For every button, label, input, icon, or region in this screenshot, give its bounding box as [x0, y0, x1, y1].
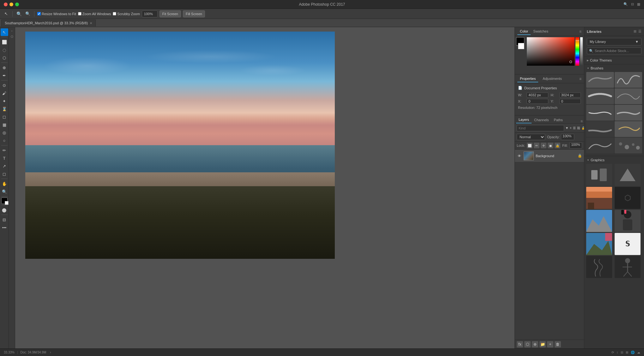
foreground-color-swatch[interactable]	[1, 198, 8, 204]
new-layer-button[interactable]: +	[547, 341, 553, 347]
tool-path-select[interactable]: ↗	[1, 162, 8, 170]
layers-filter-icon[interactable]: ▼	[565, 125, 569, 131]
zoom-out-icon[interactable]: 🔍	[24, 10, 31, 17]
tab-color[interactable]: Color	[517, 28, 531, 35]
tool-zoom[interactable]: 🔍	[1, 188, 8, 195]
tool-shape[interactable]: ◻	[1, 170, 8, 178]
tool-hand[interactable]: ✋	[1, 180, 8, 187]
tab-channels[interactable]: Channels	[532, 116, 551, 123]
status-icon-3[interactable]: ⊟	[621, 351, 623, 354]
tool-eraser[interactable]: ◻	[1, 113, 8, 121]
brush-item-2[interactable]	[615, 72, 642, 88]
layers-kind-filter[interactable]	[517, 125, 564, 131]
tool-extra[interactable]: •••	[1, 224, 8, 231]
status-icon-5[interactable]: 🌐	[631, 351, 635, 354]
blend-mode-select[interactable]: Normal	[517, 134, 545, 140]
tool-brush[interactable]: 🖌	[1, 89, 8, 97]
color-panel-close[interactable]: ≡	[579, 29, 581, 34]
status-icon-4[interactable]: ⊞	[626, 351, 628, 354]
lock-all-icon[interactable]: 🔒	[555, 143, 560, 148]
tool-gradient[interactable]: ▦	[1, 121, 8, 128]
status-icon-2[interactable]: ↕	[617, 351, 618, 354]
properties-panel-close[interactable]: ≡	[579, 77, 581, 81]
graphics-title[interactable]: ▼ Graphics	[584, 157, 644, 163]
resize-windows-checkbox[interactable]: Resize Windows to Fit	[37, 12, 76, 16]
hue-slider[interactable]	[575, 37, 579, 66]
color-settings-icon[interactable]: ▫	[9, 28, 15, 33]
brush-item-8[interactable]	[615, 121, 642, 137]
document-tab[interactable]: SouthamptonHDR_March2016.psd @ 33.3% (RG…	[1, 20, 96, 27]
status-icon-1[interactable]: ⟳	[611, 351, 614, 354]
fit-screen-button[interactable]: Fit Screen	[159, 10, 181, 17]
delete-layer-button[interactable]: 🗑	[555, 341, 561, 347]
tool-clone-stamp[interactable]: ✦	[1, 97, 8, 105]
new-group-button[interactable]: 📁	[539, 341, 546, 347]
lock-pixels-icon[interactable]: ✏	[534, 143, 539, 148]
tool-dodge[interactable]: ○	[1, 137, 8, 144]
tool-move-icon[interactable]: ↖	[3, 10, 9, 17]
brush-item-4[interactable]	[615, 88, 642, 104]
layers-adjust-icon[interactable]: ☰	[573, 125, 576, 131]
lock-transparent-icon[interactable]: ⬜	[527, 143, 533, 148]
tool-magic-wand[interactable]: ⬡	[1, 54, 8, 62]
tool-eyedropper[interactable]: ✒	[1, 72, 8, 79]
tab-layers[interactable]: Layers	[516, 116, 532, 123]
layers-new-icon[interactable]: +	[570, 125, 572, 131]
libraries-list-icon[interactable]: ☰	[638, 29, 641, 33]
tool-move[interactable]: ↖	[1, 28, 8, 36]
color-themes-title[interactable]: ▶ Color Themes	[584, 58, 644, 63]
graphic-item-figure[interactable]	[615, 256, 641, 278]
background-color-swatch[interactable]	[518, 43, 524, 49]
status-icon-6[interactable]: ☁	[637, 351, 640, 354]
graphic-item-landscape[interactable]	[586, 233, 612, 255]
minimize-button[interactable]	[9, 3, 13, 6]
tool-quick-mask[interactable]: ⬤	[1, 206, 8, 214]
brushes-title[interactable]: ▼ Brushes	[584, 66, 644, 71]
lock-artboard-icon[interactable]: ◼	[548, 143, 553, 148]
library-search[interactable]: 🔍 Search Adobe Stock...	[587, 47, 641, 54]
brush-item-9[interactable]	[586, 138, 614, 153]
brush-item-3[interactable]	[586, 88, 614, 104]
tab-adjustments[interactable]: Adjustments	[540, 75, 564, 82]
layers-link-icon[interactable]: ⛓	[577, 125, 580, 131]
scrubby-zoom-checkbox[interactable]: Scrubby Zoom	[113, 12, 140, 16]
tab-swatches[interactable]: Swatches	[531, 28, 551, 35]
tool-pen[interactable]: ✏	[1, 146, 8, 154]
lock-position-icon[interactable]: ✛	[541, 143, 546, 148]
layer-item-background[interactable]: 👁 Background 🔒	[515, 150, 584, 162]
color-saturation-brightness[interactable]	[527, 37, 575, 66]
opacity-slider[interactable]	[580, 37, 583, 66]
close-button[interactable]	[4, 3, 8, 6]
libraries-grid-icon[interactable]: ⊞	[634, 29, 636, 33]
graphic-item-dark[interactable]: ⬡	[615, 187, 641, 209]
graphic-item-character[interactable]	[615, 210, 641, 232]
document-close-icon[interactable]: ✕	[90, 21, 92, 25]
library-dropdown[interactable]: My Library ▼	[587, 38, 641, 45]
canvas-area[interactable]	[15, 27, 515, 348]
brush-item-1[interactable]	[586, 72, 614, 88]
arrange-icon[interactable]: ⊟	[631, 2, 634, 6]
tool-rectangular-marquee[interactable]: ⬜	[1, 38, 8, 46]
tool-text[interactable]: T	[1, 154, 8, 162]
graphic-item-story[interactable]: 𝕊	[615, 233, 641, 255]
search-icon[interactable]: 🔍	[623, 2, 628, 6]
layers-panel-close[interactable]: ≡	[581, 119, 583, 123]
maximize-button[interactable]	[15, 3, 19, 6]
graphic-item-mountain[interactable]	[586, 210, 612, 232]
tool-screen-mode[interactable]: ⊟	[1, 216, 8, 223]
tool-history-brush[interactable]: ⌛	[1, 105, 8, 113]
add-fx-button[interactable]: fx	[517, 341, 523, 347]
panels-icon[interactable]: ▦	[637, 2, 640, 6]
tab-properties[interactable]: Properties	[517, 75, 538, 82]
fill-screen-button[interactable]: Fill Screen	[183, 10, 205, 17]
brush-item-7[interactable]	[586, 121, 614, 137]
layer-visibility-icon[interactable]: 👁	[517, 153, 522, 158]
zoom-all-checkbox[interactable]: Zoom All Windows	[78, 12, 111, 16]
mask-icon[interactable]: ⬡	[9, 34, 15, 39]
graphic-item-photo1[interactable]	[586, 187, 612, 209]
search-tool-icon[interactable]: 🔍	[15, 10, 22, 17]
tool-blur[interactable]: ◎	[1, 129, 8, 136]
tool-crop[interactable]: ⊕	[1, 64, 8, 71]
tab-paths[interactable]: Paths	[551, 116, 565, 123]
brush-item-6[interactable]	[615, 105, 642, 121]
